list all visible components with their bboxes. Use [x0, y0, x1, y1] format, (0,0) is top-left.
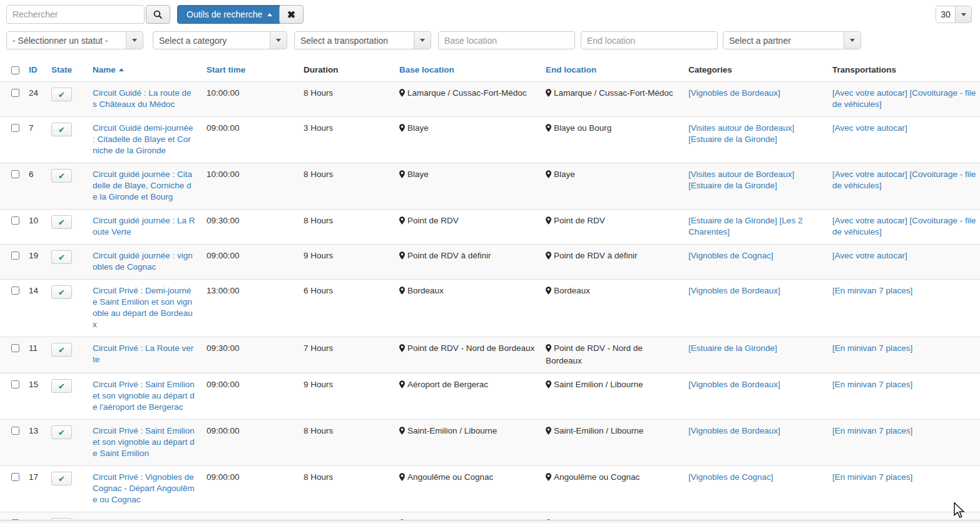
transportation-link[interactable]: [En minivan 7 places]: [832, 343, 912, 353]
row-transportations: [Avec votre autocar]: [829, 245, 980, 280]
state-publish-button[interactable]: ✔: [51, 425, 72, 439]
sort-end-location-link[interactable]: End location: [546, 65, 596, 74]
row-start-time: 09:00:00: [203, 466, 300, 512]
map-marker-icon: [399, 473, 405, 484]
transportation-link[interactable]: [En minivan 7 places]: [832, 472, 912, 482]
sort-asc-icon: [119, 68, 124, 71]
status-filter-select[interactable]: - Sélectionner un statut -: [6, 31, 143, 49]
row-name-cell: Circuit guidé journée : La Route Verte: [89, 210, 203, 245]
check-icon: ✔: [58, 288, 65, 297]
circuit-name-link[interactable]: Circuit guidé journée : vignobles de Cog…: [93, 251, 193, 272]
transportation-link[interactable]: [Avec votre autocar]: [832, 216, 907, 225]
table-row: 17 ✔ Circuit Privé : Vignobles de Cognac…: [0, 466, 980, 512]
state-publish-button[interactable]: ✔: [51, 215, 72, 229]
transportation-filter-value: Select a transportation: [295, 32, 414, 49]
row-id: 17: [25, 466, 48, 512]
sort-start-time-link[interactable]: Start time: [207, 65, 245, 74]
row-transportations: [En minivan 7 places]: [829, 373, 980, 420]
header-state: State: [48, 60, 89, 82]
row-id: 6: [25, 163, 48, 210]
category-link[interactable]: [Estuaire de la Gironde]: [688, 135, 777, 144]
state-publish-button[interactable]: ✔: [51, 123, 72, 136]
row-checkbox[interactable]: [11, 344, 19, 352]
list-limit-select[interactable]: 30: [936, 6, 972, 23]
circuit-name-link[interactable]: Circuit guidé journée : Citadelle de Bla…: [93, 170, 192, 201]
list-limit-value: 30: [936, 6, 955, 23]
row-categories: [Vignobles de Cognac]: [685, 245, 829, 280]
category-link[interactable]: [Estuaire de la Gironde]: [688, 181, 777, 190]
circuit-name-link[interactable]: Circuit Privé : Vignobles de Cognac - Dé…: [93, 472, 195, 504]
check-icon: ✔: [58, 346, 65, 354]
category-link[interactable]: [Visites autour de Bordeaux]: [688, 170, 794, 179]
category-link[interactable]: [Vignobles de Cognac]: [688, 472, 773, 482]
transportation-link[interactable]: [Avec votre autocar]: [832, 123, 907, 133]
sort-base-location-link[interactable]: Base location: [399, 65, 454, 74]
map-marker-icon: [546, 380, 551, 392]
category-link[interactable]: [Vignobles de Bordeaux]: [688, 286, 780, 295]
map-marker-icon: [546, 344, 551, 355]
search-submit-button[interactable]: [146, 5, 170, 24]
row-duration: 8 Hours: [300, 163, 396, 210]
base-location-filter-input[interactable]: [438, 31, 575, 49]
transportation-link[interactable]: [En minivan 7 places]: [832, 286, 912, 295]
end-location-filter-input[interactable]: [581, 31, 718, 49]
circuit-name-link[interactable]: Circuit Privé : Saint Emilion et son vig…: [93, 426, 195, 458]
sort-name-link[interactable]: Name: [93, 65, 116, 74]
row-checkbox[interactable]: [11, 170, 19, 178]
circuit-name-link[interactable]: Circuit Guidé : La route des Châteaux du…: [93, 88, 191, 109]
row-checkbox[interactable]: [11, 251, 19, 260]
state-publish-button[interactable]: ✔: [51, 250, 72, 264]
header-name: Name: [89, 60, 203, 82]
row-start-time: 13:00:00: [203, 280, 300, 337]
state-publish-button[interactable]: ✔: [51, 472, 72, 485]
row-checkbox[interactable]: [11, 380, 19, 388]
category-filter-value: Select a category: [153, 32, 270, 49]
search-input[interactable]: [6, 5, 145, 24]
clear-search-button[interactable]: ✖: [279, 5, 304, 24]
category-link[interactable]: [Visites autour de Bordeaux]: [688, 123, 794, 133]
state-publish-button[interactable]: ✔: [51, 88, 72, 101]
transportation-link[interactable]: [Avec votre autocar]: [832, 88, 907, 98]
partner-filter-select[interactable]: Select a partner: [723, 31, 861, 49]
state-publish-button[interactable]: ✔: [51, 169, 72, 183]
circuit-name-link[interactable]: Circuit guidé journée : La Route Verte: [93, 216, 195, 236]
map-marker-icon: [546, 89, 551, 100]
search-tools-button[interactable]: Outils de recherche: [177, 5, 282, 24]
category-link[interactable]: [Estuaire de la Gironde]: [688, 216, 777, 225]
row-checkbox[interactable]: [11, 473, 19, 481]
row-checkbox[interactable]: [11, 124, 19, 132]
row-checkbox-cell: [0, 82, 25, 117]
transportation-filter-select[interactable]: Select a transportation: [294, 31, 431, 49]
row-transportations: [Avec votre autocar] [Covoiturage - file…: [829, 163, 980, 210]
map-marker-icon: [546, 287, 551, 298]
row-checkbox[interactable]: [11, 89, 19, 97]
row-checkbox[interactable]: [11, 427, 19, 435]
check-icon: ✔: [58, 172, 65, 180]
state-publish-button[interactable]: ✔: [51, 379, 72, 393]
category-filter-select[interactable]: Select a category: [153, 31, 287, 49]
state-publish-button[interactable]: ✔: [51, 285, 72, 299]
row-id: 13: [25, 420, 48, 466]
category-link[interactable]: [Vignobles de Cognac]: [688, 251, 773, 260]
category-link[interactable]: [Vignobles de Bordeaux]: [688, 380, 780, 389]
transportation-link[interactable]: [En minivan 7 places]: [832, 380, 912, 389]
row-checkbox[interactable]: [11, 287, 19, 295]
transportation-link[interactable]: [En minivan 7 places]: [832, 426, 912, 435]
circuit-name-link[interactable]: Circuit Guidé demi-journée : Citadelle d…: [93, 123, 193, 155]
category-link[interactable]: [Vignobles de Bordeaux]: [688, 426, 780, 435]
state-publish-button[interactable]: ✔: [51, 343, 72, 357]
circuit-name-link[interactable]: Circuit Privé : Demi-journée Saint Emili…: [93, 286, 193, 329]
category-link[interactable]: [Vignobles de Bordeaux]: [688, 88, 780, 98]
circuit-name-link[interactable]: Circuit Privé : Saint Emilion et son vig…: [93, 380, 195, 412]
category-link[interactable]: [Estuaire de la Gironde]: [688, 343, 777, 353]
transportation-link[interactable]: [Avec votre autocar]: [832, 170, 907, 179]
search-toolbar: Outils de recherche ✖ 30: [6, 5, 972, 24]
circuit-name-link[interactable]: Circuit Privé : La Route verte: [93, 343, 193, 364]
transportation-link[interactable]: [Avec votre autocar]: [832, 251, 907, 260]
map-marker-icon: [399, 124, 405, 135]
select-all-checkbox[interactable]: [11, 66, 19, 74]
sort-id-link[interactable]: ID: [29, 65, 38, 74]
sort-state-link[interactable]: State: [51, 65, 72, 74]
row-checkbox[interactable]: [11, 216, 19, 225]
caret-down-icon: [270, 32, 287, 49]
